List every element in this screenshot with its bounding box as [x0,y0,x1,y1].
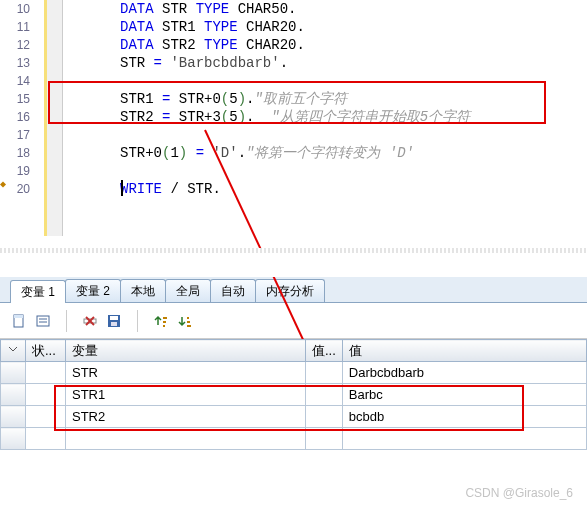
code-text[interactable]: STR1 = STR+0(5)."取前五个字符 [40,90,587,108]
cell-variable[interactable]: STR2 [66,406,306,428]
col-header-state[interactable]: 状... [26,340,66,362]
watermark: CSDN @Girasole_6 [465,486,573,500]
save-icon[interactable] [103,310,125,332]
code-line[interactable]: 14 [0,72,587,90]
text-cursor [121,180,123,196]
tab-变量 1[interactable]: 变量 1 [10,280,66,303]
code-line[interactable]: 13STR = 'Barbcbdbarb'. [0,54,587,72]
cell-variable[interactable]: STR [66,362,306,384]
editor-separator [0,248,587,277]
tab-内存分析[interactable]: 内存分析 [255,279,325,302]
line-number: 17 [0,126,40,144]
cell-value[interactable]: bcbdb [342,406,586,428]
code-line[interactable]: 19 [0,162,587,180]
svg-rect-10 [110,316,118,320]
cell-value[interactable]: Darbcbdbarb [342,362,586,384]
tab-自动[interactable]: 自动 [210,279,256,302]
code-line[interactable]: 10DATA STR TYPE CHAR50. [0,0,587,18]
table-row[interactable]: STRDarbcbdbarb [1,362,587,384]
code-line[interactable]: 18STR+0(1) = 'D'."将第一个字符转变为 'D' [0,144,587,162]
line-number: 18 [0,144,40,162]
code-editor[interactable]: ◆ 10DATA STR TYPE CHAR50.11DATA STR1 TYP… [0,0,587,236]
col-header-variable[interactable]: 变量 [66,340,306,362]
code-text[interactable]: WRITE / STR. [40,180,587,198]
row-selector[interactable] [1,384,26,406]
row-selector[interactable] [1,362,26,384]
variables-toolbar [0,303,587,339]
row-selector[interactable] [1,428,26,450]
cell-state [26,384,66,406]
variables-tabs: 变量 1变量 2本地全局自动内存分析 [0,277,587,303]
dropdown-icon [7,343,19,355]
cell-value-indicator [306,362,343,384]
tab-全局[interactable]: 全局 [165,279,211,302]
col-header-value-short[interactable]: 值... [306,340,343,362]
code-line[interactable]: 20WRITE / STR. [0,180,587,198]
cell-value-indicator [306,428,343,450]
table-row[interactable]: STR2bcbdb [1,406,587,428]
code-line[interactable]: 15STR1 = STR+0(5)."取前五个字符 [0,90,587,108]
cell-variable[interactable]: STR1 [66,384,306,406]
code-text[interactable] [40,72,587,90]
svg-rect-13 [163,321,166,323]
table-row[interactable]: STR1Barbc [1,384,587,406]
code-line[interactable]: 17 [0,126,587,144]
cell-state [26,362,66,384]
table-row[interactable] [1,428,587,450]
sort-asc-icon[interactable] [150,310,172,332]
row-selector[interactable] [1,406,26,428]
col-header-value[interactable]: 值 [342,340,586,362]
code-text[interactable]: DATA STR2 TYPE CHAR20. [40,36,587,54]
svg-rect-16 [187,321,190,323]
cell-value-indicator [306,384,343,406]
tab-变量 2[interactable]: 变量 2 [65,279,121,302]
svg-rect-17 [187,325,191,327]
toolbar-separator [66,310,67,332]
tab-本地[interactable]: 本地 [120,279,166,302]
code-line[interactable]: 12DATA STR2 TYPE CHAR20. [0,36,587,54]
variables-table[interactable]: 状... 变量 值... 值 STRDarbcbdbarbSTR1BarbcST… [0,339,587,450]
cell-value[interactable] [342,428,586,450]
code-text[interactable]: DATA STR1 TYPE CHAR20. [40,18,587,36]
line-number: 10 [0,0,40,18]
svg-rect-3 [37,316,49,326]
toolbar-separator [137,310,138,332]
line-number: 13 [0,54,40,72]
sort-desc-icon[interactable] [174,310,196,332]
line-number: 11 [0,18,40,36]
delete-row-icon[interactable] [79,310,101,332]
code-line[interactable]: 11DATA STR1 TYPE CHAR20. [0,18,587,36]
change-marker-icon: ◆ [0,178,6,190]
line-number: 15 [0,90,40,108]
code-text[interactable] [40,126,587,144]
code-text[interactable]: STR2 = STR+3(5). "从第四个字符串开始取5个字符 [40,108,587,126]
svg-rect-2 [14,315,23,318]
svg-rect-14 [163,325,165,327]
new-doc-icon[interactable] [8,310,30,332]
svg-rect-11 [111,322,117,326]
code-text[interactable]: STR+0(1) = 'D'."将第一个字符转变为 'D' [40,144,587,162]
code-text[interactable] [40,162,587,180]
code-line[interactable]: 16STR2 = STR+3(5). "从第四个字符串开始取5个字符 [0,108,587,126]
select-list-icon[interactable] [32,310,54,332]
cell-state [26,406,66,428]
svg-rect-15 [187,317,189,319]
line-number: 14 [0,72,40,90]
table-header-row: 状... 变量 值... 值 [1,340,587,362]
cell-value[interactable]: Barbc [342,384,586,406]
row-selector-header[interactable] [1,340,26,362]
cell-variable[interactable] [66,428,306,450]
cell-value-indicator [306,406,343,428]
code-text[interactable]: DATA STR TYPE CHAR50. [40,0,587,18]
code-text[interactable]: STR = 'Barbcbdbarb'. [40,54,587,72]
line-number: 16 [0,108,40,126]
line-number: 12 [0,36,40,54]
cell-state [26,428,66,450]
svg-rect-12 [163,317,167,319]
